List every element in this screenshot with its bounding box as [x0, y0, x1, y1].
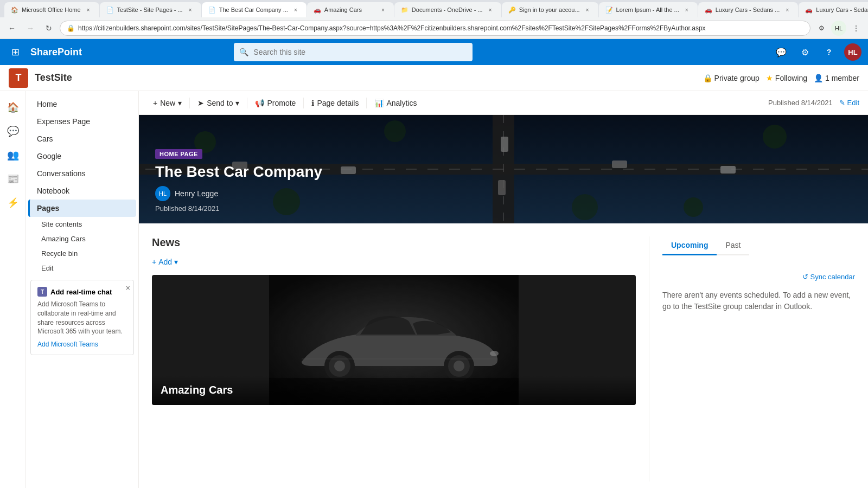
tab-favicon-2: 📄	[106, 6, 114, 14]
topnav: ⊞ SharePoint 🔍 💬 ⚙ ? HL	[0, 39, 868, 65]
send-to-button[interactable]: ➤ Send to ▾	[192, 91, 245, 115]
tab-close-5[interactable]: ×	[486, 5, 495, 14]
teams-icon: T	[37, 287, 47, 297]
new-button[interactable]: + New ▾	[148, 91, 187, 115]
events-header: Upcoming Past	[662, 236, 855, 264]
sidebar-item-pages[interactable]: Pages	[28, 200, 136, 217]
events-tab-past[interactable]: Past	[717, 236, 749, 255]
search-container: 🔍	[234, 43, 473, 61]
browser-tab-9[interactable]: 🚗 Luxury Cars - Sedans ... ×	[799, 2, 868, 17]
cmd-separator-1	[189, 98, 190, 108]
people-icon-button[interactable]: 👥	[3, 145, 23, 165]
search-icon: 🔍	[239, 48, 248, 56]
help-icon-button[interactable]: ?	[820, 43, 838, 61]
sync-calendar-container: ↺ Sync calendar	[662, 273, 855, 281]
secure-icon: 🔒	[67, 24, 75, 32]
apps-icon-button[interactable]: ⚡	[3, 193, 23, 213]
browser-tab-8[interactable]: 🚗 Luxury Cars - Sedans ... ×	[698, 2, 799, 17]
sidebar-item-notebook[interactable]: Notebook	[28, 182, 136, 200]
browser-titlebar: 🏠 Microsoft Office Home × 📄 TestSite - S…	[0, 0, 868, 17]
sidebar-subitem-recycle-bin[interactable]: Recycle bin	[26, 246, 138, 261]
browser-tab-5[interactable]: 📁 Documents - OneDrive - ... ×	[394, 2, 501, 17]
home-icon-button[interactable]: 🏠	[3, 98, 23, 117]
tab-favicon-5: 📁	[401, 6, 409, 14]
site-actions: 🔒 Private group ★ Following 👤 1 member	[703, 74, 859, 82]
profile-button[interactable]: HL	[831, 21, 846, 36]
back-button[interactable]: ←	[4, 21, 20, 36]
tab-close-3[interactable]: ×	[291, 5, 300, 14]
chat-icon-button[interactable]: 💬	[773, 43, 790, 61]
avatar[interactable]: HL	[844, 43, 861, 61]
sidebar-subitem-amazing-cars[interactable]: Amazing Cars	[26, 232, 138, 246]
sidebar-item-home[interactable]: Home	[28, 95, 136, 113]
following-button[interactable]: ★ Following	[766, 74, 807, 82]
tab-title-2: TestSite - Site Pages - ...	[117, 7, 183, 13]
promote-button[interactable]: 📢 Promote	[250, 91, 301, 115]
tab-title-7: Lorem Ipsum - All the ...	[616, 7, 679, 13]
tab-close-2[interactable]: ×	[186, 5, 195, 14]
tab-favicon-4: 🚗	[314, 6, 321, 14]
main-content: + New ▾ ➤ Send to ▾ 📢 Promote	[139, 91, 868, 488]
sync-calendar-button[interactable]: ↺ Sync calendar	[802, 273, 855, 281]
tab-favicon-8: 🚗	[705, 6, 712, 14]
browser-tab-4[interactable]: 🚗 Amazing Cars ×	[307, 2, 394, 17]
chart-icon: 📊	[374, 99, 384, 107]
news-header: News	[152, 236, 636, 249]
sidebar-subitem-edit[interactable]: Edit	[26, 261, 138, 275]
cmd-separator-4	[366, 98, 367, 108]
sidebar-item-expenses[interactable]: Expenses Page	[28, 113, 136, 130]
plus-icon: +	[153, 99, 157, 107]
sharepoint-app: ⊞ SharePoint 🔍 💬 ⚙ ? HL T TestSite 🔒 Pri…	[0, 39, 868, 488]
settings-icon-button[interactable]: ⚙	[796, 43, 814, 61]
sidebar-item-cars[interactable]: Cars	[28, 130, 136, 147]
events-empty-message: There aren't any events scheduled. To ad…	[662, 290, 855, 312]
reload-button[interactable]: ↻	[41, 21, 56, 36]
tab-close-6[interactable]: ×	[583, 5, 592, 14]
tab-favicon-7: 📝	[605, 6, 613, 14]
browser-tab-1[interactable]: 🏠 Microsoft Office Home ×	[4, 2, 99, 17]
browser-action-buttons: ⚙ HL ⋮	[814, 21, 864, 36]
hero-badge: HOME PAGE	[155, 149, 202, 159]
waffle-button[interactable]: ⊞	[7, 43, 24, 61]
hero-author-name: Henry Legge	[175, 189, 218, 198]
add-teams-close-button[interactable]: ×	[126, 284, 130, 292]
hero-title: The Best Car Company	[155, 163, 322, 181]
sidebar-item-google[interactable]: Google	[28, 147, 136, 165]
address-text: https://citizenbuilders.sharepoint.com/s…	[78, 24, 706, 32]
add-teams-link[interactable]: Add Microsoft Teams	[37, 341, 127, 348]
news-section: News + Add ▾	[152, 236, 649, 481]
tab-close-8[interactable]: ×	[783, 5, 792, 14]
sidebar-item-conversations[interactable]: Conversations	[28, 165, 136, 182]
forward-button[interactable]: →	[23, 21, 38, 36]
tab-title-9: Luxury Cars - Sedans ...	[816, 7, 868, 13]
hero-published-date: Published 8/14/2021	[155, 204, 322, 213]
news-card-amazing-cars[interactable]: Amazing Cars	[152, 275, 636, 405]
sharepoint-brand: SharePoint	[30, 47, 82, 58]
analytics-button[interactable]: 📊 Analytics	[369, 91, 422, 115]
tab-title-6: Sign in to your accou...	[519, 7, 580, 13]
sidebar-subitem-site-contents[interactable]: Site contents	[26, 217, 138, 232]
address-bar[interactable]: 🔒 https://citizenbuilders.sharepoint.com…	[60, 21, 810, 36]
communication-icon-button[interactable]: 💬	[3, 121, 23, 141]
tab-title-3: The Best Car Company ...	[219, 7, 288, 13]
site-name[interactable]: TestSite	[35, 72, 72, 84]
member-count[interactable]: 👤 1 member	[814, 74, 859, 82]
browser-tab-3[interactable]: 📄 The Best Car Company ... ×	[202, 2, 307, 17]
edit-button[interactable]: ✎ Edit	[839, 99, 859, 107]
cmd-separator-2	[247, 98, 247, 108]
tab-close-4[interactable]: ×	[379, 5, 387, 14]
tab-close-1[interactable]: ×	[84, 5, 93, 14]
news-add-button[interactable]: + Add ▾	[152, 258, 636, 266]
tab-close-7[interactable]: ×	[682, 5, 691, 14]
search-input[interactable]	[234, 43, 473, 61]
news-icon-button[interactable]: 📰	[3, 169, 23, 189]
browser-tab-7[interactable]: 📝 Lorem Ipsum - All the ... ×	[599, 2, 698, 17]
browser-tab-6[interactable]: 🔑 Sign in to your accou... ×	[502, 2, 598, 17]
browser-tab-2[interactable]: 📄 TestSite - Site Pages - ... ×	[100, 2, 201, 17]
tab-title-1: Microsoft Office Home	[22, 7, 81, 13]
more-button[interactable]: ⋮	[848, 21, 864, 36]
page-details-button[interactable]: ℹ Page details	[306, 91, 364, 115]
site-header: T TestSite 🔒 Private group ★ Following 👤…	[0, 65, 868, 91]
extensions-button[interactable]: ⚙	[814, 21, 829, 36]
events-tab-upcoming[interactable]: Upcoming	[662, 236, 717, 255]
